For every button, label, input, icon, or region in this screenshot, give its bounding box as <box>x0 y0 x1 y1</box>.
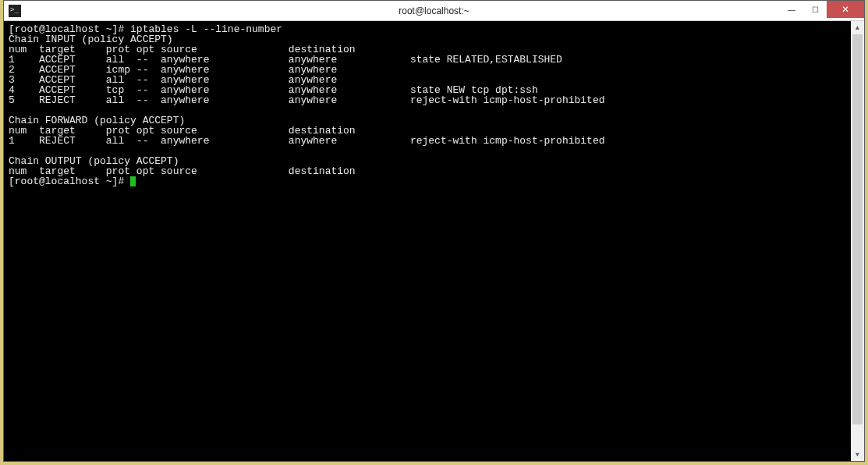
scroll-down-arrow[interactable]: ▼ <box>851 448 864 461</box>
vertical-scrollbar[interactable]: ▲ ▼ <box>851 21 864 461</box>
close-button[interactable]: ✕ <box>827 1 864 18</box>
prompt: [root@localhost ~]# <box>9 176 130 187</box>
window-title: root@localhost:~ <box>399 5 469 16</box>
cursor <box>130 176 136 186</box>
terminal-body: [root@localhost ~]# iptables -L --line-n… <box>4 21 864 461</box>
window-controls: — ☐ ✕ <box>780 1 864 18</box>
maximize-button[interactable]: ☐ <box>803 1 827 18</box>
rule-row: 5 REJECT all -- anywhere anywhere reject… <box>9 94 605 106</box>
terminal-window: root@localhost:~ — ☐ ✕ [root@localhost ~… <box>3 0 865 462</box>
rule-row: 1 REJECT all -- anywhere anywhere reject… <box>9 135 605 147</box>
minimize-button[interactable]: — <box>780 1 803 18</box>
titlebar[interactable]: root@localhost:~ — ☐ ✕ <box>4 1 864 21</box>
prompt-line: [root@localhost ~]# <box>9 176 136 187</box>
scroll-up-arrow[interactable]: ▲ <box>851 21 864 34</box>
terminal-content[interactable]: [root@localhost ~]# iptables -L --line-n… <box>4 21 851 461</box>
app-icon <box>9 5 21 17</box>
scroll-thumb[interactable] <box>852 34 863 424</box>
